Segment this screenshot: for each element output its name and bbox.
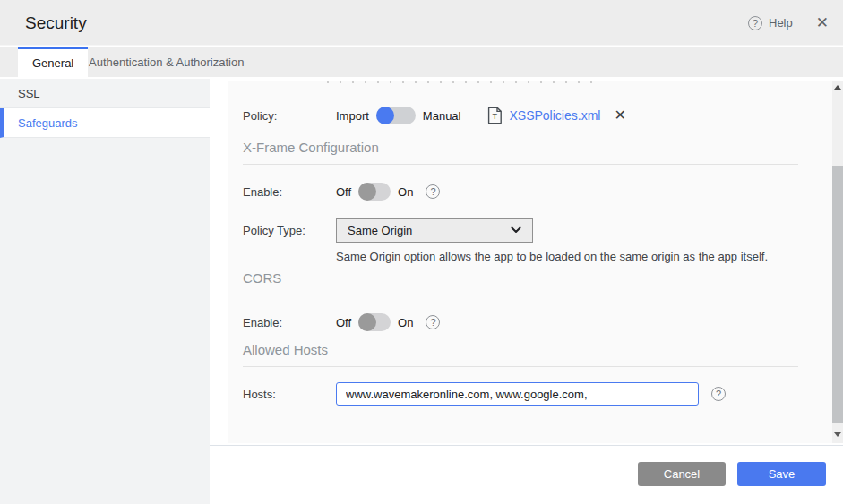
cancel-button[interactable]: Cancel (638, 462, 726, 486)
help-icon: ? (748, 16, 762, 30)
page-title: Security (25, 0, 87, 46)
dialog-header: Security ? Help ✕ (0, 0, 843, 46)
policy-option-import: Import (336, 109, 369, 123)
main-area: Policy: Import Manual T XSSPolicies.xml … (210, 78, 843, 504)
vertical-scrollbar[interactable] (832, 81, 843, 443)
toggle-knob (358, 183, 376, 201)
xss-policies-file-link[interactable]: XSSPolicies.xml (509, 108, 600, 123)
tab-authentication-authorization[interactable]: Authentication & Authorization (76, 47, 256, 77)
sidebar: SSL Safeguards (0, 78, 210, 504)
save-button[interactable]: Save (737, 462, 826, 486)
help-button[interactable]: ? Help (748, 16, 793, 30)
hosts-input[interactable] (336, 382, 699, 406)
section-allowed-hosts: Allowed Hosts (243, 342, 328, 357)
xframe-on-label: On (398, 185, 413, 199)
sidebar-item-ssl[interactable]: SSL (0, 79, 210, 108)
policy-type-label: Policy Type: (243, 224, 329, 237)
policy-type-description: Same Origin option allows the app to be … (336, 250, 768, 263)
xframe-off-label: Off (336, 185, 351, 199)
help-label: Help (769, 16, 793, 30)
section-divider (243, 295, 798, 295)
hosts-row: Hosts: ? (243, 381, 726, 406)
policy-import-manual-toggle[interactable] (376, 107, 416, 124)
scroll-down-icon[interactable] (834, 432, 841, 437)
policy-row: Policy: Import Manual T XSSPolicies.xml … (243, 103, 626, 128)
xml-file-icon: T (487, 107, 503, 124)
svg-text:T: T (493, 112, 498, 121)
section-divider (243, 366, 798, 367)
sidebar-item-safeguards[interactable]: Safeguards (0, 108, 210, 138)
xframe-enable-label: Enable: (243, 185, 329, 199)
header-actions: ? Help ✕ (748, 0, 829, 46)
toggle-knob (358, 313, 376, 331)
chevron-down-icon (511, 226, 521, 234)
close-icon[interactable]: ✕ (816, 15, 829, 30)
section-divider (243, 164, 798, 165)
remove-file-icon[interactable]: ✕ (614, 108, 625, 123)
hosts-help-icon[interactable]: ? (711, 387, 726, 401)
cors-off-label: Off (336, 316, 351, 329)
toggle-knob (376, 107, 394, 124)
cors-enable-row: Enable: Off On ? (243, 310, 440, 335)
cors-enable-help-icon[interactable]: ? (426, 315, 440, 329)
footer-divider (210, 445, 843, 446)
policy-type-row: Policy Type: Same Origin (243, 218, 533, 243)
cors-on-label: On (398, 316, 413, 329)
security-dialog: Security ? Help ✕ General Authentication… (0, 0, 843, 504)
policy-option-manual: Manual (423, 109, 461, 123)
scrollbar-thumb[interactable] (832, 166, 843, 423)
hosts-label: Hosts: (243, 388, 329, 401)
cors-enable-label: Enable: (243, 316, 329, 329)
cors-enable-toggle[interactable] (358, 313, 391, 331)
section-cors: CORS (243, 270, 281, 286)
xframe-enable-help-icon[interactable]: ? (426, 184, 440, 199)
scroll-up-icon[interactable] (834, 85, 841, 90)
section-xframe-configuration: X-Frame Configuration (243, 140, 379, 155)
policy-type-value: Same Origin (348, 224, 412, 237)
xframe-enable-row: Enable: Off On ? (243, 179, 440, 204)
clipped-scrolled-text (327, 81, 596, 83)
xframe-enable-toggle[interactable] (358, 183, 391, 201)
safeguards-panel: Policy: Import Manual T XSSPolicies.xml … (228, 81, 832, 443)
imported-file: T XSSPolicies.xml ✕ (487, 107, 625, 124)
tab-bar: General Authentication & Authorization (0, 47, 843, 77)
policy-type-select[interactable]: Same Origin (336, 218, 533, 243)
policy-label: Policy: (243, 109, 329, 123)
